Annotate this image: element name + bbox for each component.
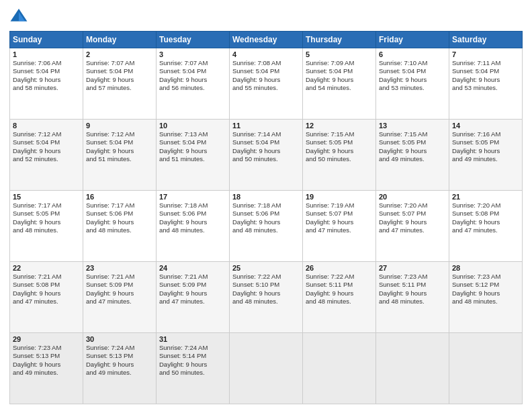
weekday-header: Thursday [303,32,376,48]
cell-info-line: Sunrise: 7:24 AM [86,344,153,352]
cell-info-line: Sunrise: 7:20 AM [452,201,519,210]
cell-info-line: Daylight: 9 hours and 55 minutes. [232,76,300,93]
cell-info-line: Sunrise: 7:19 AM [306,201,373,210]
calendar-cell: 23Sunrise: 7:21 AMSunset: 5:09 PMDayligh… [83,262,157,333]
calendar-cell: 20Sunrise: 7:20 AMSunset: 5:07 PMDayligh… [376,191,449,262]
day-number: 17 [159,193,226,201]
calendar-cell: 18Sunrise: 7:18 AMSunset: 5:06 PMDayligh… [230,191,303,262]
day-number: 1 [13,50,80,58]
cell-info-line: Daylight: 9 hours and 48 minutes. [379,289,446,306]
calendar-cell: 22Sunrise: 7:21 AMSunset: 5:08 PMDayligh… [10,262,83,333]
calendar-cell: 17Sunrise: 7:18 AMSunset: 5:06 PMDayligh… [157,191,230,262]
cell-info-line: Sunrise: 7:21 AM [86,273,153,281]
cell-info-line: Sunset: 5:05 PM [306,138,373,146]
cell-info-line: Sunset: 5:10 PM [232,281,300,289]
calendar-cell: 13Sunrise: 7:15 AMSunset: 5:05 PMDayligh… [376,120,449,191]
cell-info-line: Daylight: 9 hours and 54 minutes. [306,76,373,93]
cell-info-line: Sunset: 5:12 PM [452,281,519,289]
cell-info-line: Daylight: 9 hours and 56 minutes. [159,76,226,93]
cell-info-line: Sunset: 5:04 PM [379,67,446,75]
cell-info-line: Sunrise: 7:23 AM [452,273,519,281]
cell-info-line: Sunset: 5:05 PM [452,138,519,146]
cell-info-line: Sunset: 5:05 PM [379,138,446,146]
calendar-cell: 10Sunrise: 7:13 AMSunset: 5:04 PMDayligh… [157,120,230,191]
calendar-cell: 2Sunrise: 7:07 AMSunset: 5:04 PMDaylight… [83,48,157,120]
weekday-header: Saturday [449,32,523,48]
calendar-cell: 31Sunrise: 7:24 AMSunset: 5:14 PMDayligh… [157,333,230,404]
calendar-cell: 28Sunrise: 7:23 AMSunset: 5:12 PMDayligh… [449,262,523,333]
cell-info-line: Daylight: 9 hours and 48 minutes. [232,289,300,306]
calendar-cell: 30Sunrise: 7:24 AMSunset: 5:13 PMDayligh… [83,333,157,404]
day-number: 22 [13,264,80,272]
cell-info-line: Sunset: 5:14 PM [159,352,226,360]
day-number: 20 [379,193,446,201]
day-number: 8 [13,122,80,130]
cell-info-line: Sunrise: 7:07 AM [159,59,226,67]
day-number: 13 [379,122,446,130]
cell-info-line: Sunrise: 7:08 AM [232,59,300,67]
cell-info-line: Daylight: 9 hours and 53 minutes. [379,76,446,93]
cell-info-line: Sunset: 5:11 PM [306,281,373,289]
day-number: 12 [306,122,373,130]
logo-icon [9,7,28,26]
cell-info-line: Sunset: 5:06 PM [232,210,300,218]
calendar-cell: 1Sunrise: 7:06 AMSunset: 5:04 PMDaylight… [10,48,83,120]
cell-info-line: Daylight: 9 hours and 48 minutes. [159,218,226,235]
weekday-header-row: SundayMondayTuesdayWednesdayThursdayFrid… [10,32,523,48]
cell-info-line: Daylight: 9 hours and 48 minutes. [86,218,153,235]
day-number: 30 [86,335,153,343]
day-number: 23 [86,264,153,272]
calendar-cell: 6Sunrise: 7:10 AMSunset: 5:04 PMDaylight… [376,48,449,120]
day-number: 10 [159,122,226,130]
cell-info-line: Sunrise: 7:21 AM [159,273,226,281]
cell-info-line: Sunset: 5:13 PM [86,352,153,360]
cell-info-line: Daylight: 9 hours and 47 minutes. [306,218,373,235]
cell-info-line: Sunrise: 7:12 AM [13,130,80,138]
cell-info-line: Daylight: 9 hours and 47 minutes. [159,289,226,306]
cell-info-line: Daylight: 9 hours and 47 minutes. [86,289,153,306]
calendar-cell: 21Sunrise: 7:20 AMSunset: 5:08 PMDayligh… [449,191,523,262]
cell-info-line: Daylight: 9 hours and 49 minutes. [452,147,519,164]
cell-info-line: Sunrise: 7:13 AM [159,130,226,138]
cell-info-line: Sunset: 5:05 PM [13,210,80,218]
page: SundayMondayTuesdayWednesdayThursdayFrid… [0,0,532,411]
calendar-week-row: 22Sunrise: 7:21 AMSunset: 5:08 PMDayligh… [10,262,523,333]
cell-info-line: Sunset: 5:04 PM [86,138,153,146]
cell-info-line: Sunset: 5:04 PM [13,138,80,146]
cell-info-line: Daylight: 9 hours and 50 minutes. [159,361,226,377]
calendar-cell: 15Sunrise: 7:17 AMSunset: 5:05 PMDayligh… [10,191,83,262]
day-number: 7 [452,50,519,58]
cell-info-line: Sunset: 5:04 PM [13,67,80,75]
cell-info-line: Daylight: 9 hours and 51 minutes. [86,147,153,164]
cell-info-line: Sunset: 5:04 PM [452,67,519,75]
day-number: 19 [306,193,373,201]
day-number: 21 [452,193,519,201]
cell-info-line: Daylight: 9 hours and 50 minutes. [232,147,300,164]
calendar-week-row: 15Sunrise: 7:17 AMSunset: 5:05 PMDayligh… [10,191,523,262]
cell-info-line: Sunrise: 7:20 AM [379,201,446,210]
calendar-week-row: 1Sunrise: 7:06 AMSunset: 5:04 PMDaylight… [10,48,523,120]
cell-info-line: Daylight: 9 hours and 48 minutes. [13,218,80,235]
day-number: 25 [232,264,300,272]
cell-info-line: Sunrise: 7:06 AM [13,59,80,67]
day-number: 16 [86,193,153,201]
day-number: 9 [86,122,153,130]
weekday-header: Monday [83,32,157,48]
cell-info-line: Sunrise: 7:15 AM [379,130,446,138]
calendar-cell: 14Sunrise: 7:16 AMSunset: 5:05 PMDayligh… [449,120,523,191]
cell-info-line: Sunset: 5:04 PM [232,67,300,75]
calendar-cell: 5Sunrise: 7:09 AMSunset: 5:04 PMDaylight… [303,48,376,120]
day-number: 28 [452,264,519,272]
calendar-cell [449,333,523,404]
calendar-cell: 4Sunrise: 7:08 AMSunset: 5:04 PMDaylight… [230,48,303,120]
cell-info-line: Sunrise: 7:07 AM [86,59,153,67]
cell-info-line: Sunrise: 7:23 AM [13,344,80,352]
calendar-cell: 19Sunrise: 7:19 AMSunset: 5:07 PMDayligh… [303,191,376,262]
day-number: 31 [159,335,226,343]
calendar-cell: 24Sunrise: 7:21 AMSunset: 5:09 PMDayligh… [157,262,230,333]
day-number: 2 [86,50,153,58]
cell-info-line: Sunrise: 7:23 AM [379,273,446,281]
calendar-cell: 25Sunrise: 7:22 AMSunset: 5:10 PMDayligh… [230,262,303,333]
cell-info-line: Daylight: 9 hours and 50 minutes. [306,147,373,164]
cell-info-line: Sunset: 5:06 PM [159,210,226,218]
